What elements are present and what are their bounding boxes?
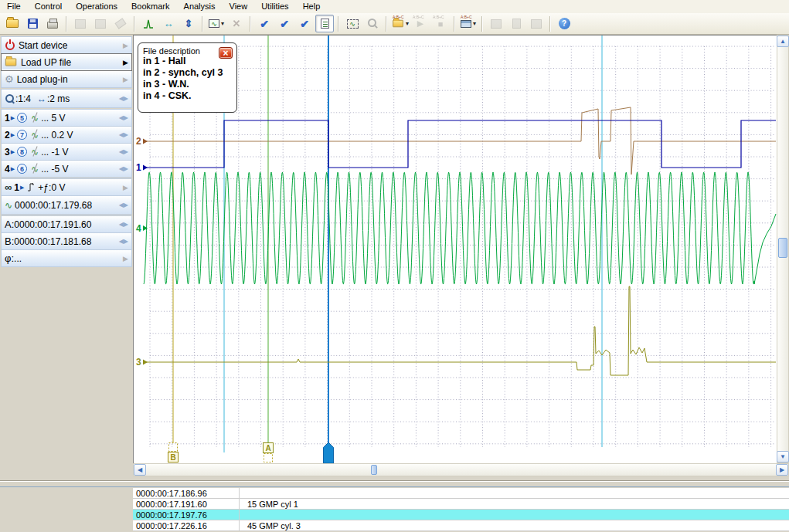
power-icon xyxy=(5,41,15,50)
help-button[interactable] xyxy=(555,15,573,32)
open-file-button[interactable] xyxy=(3,15,22,32)
horizontal-scale-button[interactable]: ↔ xyxy=(159,15,178,32)
scroll-up-button[interactable]: ▲ xyxy=(777,36,789,47)
step-arrows-icon[interactable]: ◀▶ xyxy=(119,238,128,245)
vertical-scroll-thumb[interactable] xyxy=(778,238,787,258)
ch1-arrow-icon xyxy=(143,165,148,171)
submenu-arrow-icon: ▶ xyxy=(123,255,128,263)
ch3-label: 3 xyxy=(136,357,141,368)
waveform-time-icon: ∿ xyxy=(5,200,12,211)
phase-row[interactable]: φ: ... ▶ xyxy=(1,249,132,267)
ch3-arrow-icon xyxy=(143,360,148,365)
toolbar-separator xyxy=(549,16,551,32)
stop-icon: ■ xyxy=(438,19,444,29)
load-up-file-button[interactable]: Load UP file ▶ xyxy=(1,53,132,71)
help-icon xyxy=(559,18,570,29)
menu-analysis[interactable]: Analysis xyxy=(177,1,223,12)
chevron-up-icon: ▲ xyxy=(780,38,786,45)
menu-utilities[interactable]: Utilities xyxy=(254,1,295,12)
load-file-folder-icon xyxy=(5,59,16,66)
confirm-button[interactable]: ✔ xyxy=(255,15,274,32)
chevron-right-icon: ▶ xyxy=(780,466,784,473)
channel-number: 2 xyxy=(5,130,10,141)
divider xyxy=(0,480,789,482)
save-file-button[interactable] xyxy=(23,15,42,32)
probe-number-badge: 6 xyxy=(17,164,27,174)
step-arrows-icon[interactable]: ◀▶ xyxy=(119,131,128,138)
zoom-magnifier-icon xyxy=(5,93,15,103)
toolbar-separator xyxy=(338,16,339,32)
menu-view[interactable]: View xyxy=(223,1,255,12)
select-region-button[interactable] xyxy=(343,15,362,32)
result-page-icon xyxy=(512,19,521,29)
marker-a-time: 0000:00:17.191.60 xyxy=(14,219,117,230)
confirm-all-button[interactable]: ✔ xyxy=(275,15,294,32)
menu-operations[interactable]: Operations xyxy=(69,1,124,12)
merge-icon xyxy=(95,19,106,29)
step-arrows-icon[interactable]: ◀▶ xyxy=(119,148,128,155)
scroll-right-button[interactable]: ▶ xyxy=(776,464,788,476)
channel-4-row[interactable]: 4▶ 6 ∿ ... -5 V ◀▶ xyxy=(1,160,132,178)
channel-range: ... -1 V xyxy=(41,147,117,158)
menu-control[interactable]: Control xyxy=(28,1,69,12)
scroll-down-button[interactable]: ▼ xyxy=(777,451,789,463)
start-device-label: Start device xyxy=(19,40,121,51)
menu-file[interactable]: File xyxy=(0,1,28,12)
channel-range: ... 0.2 V xyxy=(41,130,117,141)
probe-number-badge: 5 xyxy=(17,113,27,123)
channel-3-row[interactable]: 3▶ 8 ∿ ... -1 V ◀▶ xyxy=(1,143,132,161)
close-button[interactable] xyxy=(219,47,233,59)
coupling-icon: ∿ xyxy=(31,130,39,141)
channel-range: ... 5 V xyxy=(41,113,117,124)
load-plugin-button[interactable]: ⚙ Load plug-in ▶ xyxy=(1,70,132,88)
channel-number: 4 xyxy=(5,164,10,175)
event-row[interactable]: 0000:00:17.226.16 45 GMP cyl. 3 xyxy=(133,520,789,531)
vertical-scrollbar[interactable]: ▲ ▼ xyxy=(777,35,789,463)
load-up-file-label: Load UP file xyxy=(21,57,121,68)
double-check-icon: ✔ xyxy=(280,18,289,30)
marker-a-row[interactable]: A: 0000:00:17.191.60 ◀▶ xyxy=(1,215,132,233)
step-arrows-icon[interactable]: ◀▶ xyxy=(119,221,128,228)
channel-2-row[interactable]: 2▶ 7 ∿ ... 0.2 V ◀▶ xyxy=(1,126,132,144)
result-chart-button xyxy=(487,15,505,32)
popup-line: in 4 - CSK. xyxy=(143,90,232,102)
zoom-ratio-value: :1:4 xyxy=(15,93,31,104)
report-list-button[interactable] xyxy=(315,15,334,32)
popup-line: in 2 - synch, cyl 3 xyxy=(143,67,232,79)
cursor-time-row[interactable]: ∿ 0000:00:17.179.68 ◀▶ xyxy=(1,195,132,215)
tools-button xyxy=(111,15,130,32)
marker-b-row[interactable]: B: 0000:00:17.181.68 ◀▶ xyxy=(1,232,132,250)
check-icon: ✔ xyxy=(260,18,269,30)
event-row[interactable]: 0000:00:17.186.96 xyxy=(133,488,789,499)
menu-bookmark[interactable]: Bookmark xyxy=(124,1,177,12)
start-device-button[interactable]: Start device ▶ xyxy=(1,36,132,54)
vertical-scale-button[interactable]: ⇕ xyxy=(179,15,198,32)
menu-help[interactable]: Help xyxy=(296,1,328,12)
event-time: 0000:00:17.191.60 xyxy=(133,499,240,509)
script-open-button[interactable] xyxy=(391,15,410,32)
step-arrows-icon[interactable]: ◀▶ xyxy=(119,95,128,102)
submenu-arrow-icon: ▶ xyxy=(123,184,128,191)
step-arrows-icon[interactable]: ◀▶ xyxy=(119,165,128,172)
confirm-apply-button[interactable]: ✔ xyxy=(295,15,314,32)
coupling-icon: ∿ xyxy=(31,164,39,175)
search-button xyxy=(363,15,382,32)
scroll-left-button[interactable]: ◀ xyxy=(134,464,146,476)
script-window-button[interactable] xyxy=(459,15,478,32)
channel-arrow-icon: ▶ xyxy=(20,185,24,191)
single-capture-button[interactable] xyxy=(139,15,158,32)
step-arrows-icon[interactable]: ◀▶ xyxy=(119,114,128,121)
merge-button xyxy=(91,15,110,32)
event-row-selected[interactable]: 0000:00:17.197.76 xyxy=(133,510,789,520)
display-mode-button[interactable] xyxy=(207,15,226,32)
channel-1-row[interactable]: 1▶ 5 ∿ ... 5 V ◀▶ xyxy=(1,109,132,127)
load-plugin-label: Load plug-in xyxy=(17,74,121,85)
horizontal-scrollbar[interactable]: ◀ ▶ xyxy=(133,463,789,476)
horizontal-scroll-thumb[interactable] xyxy=(371,465,377,475)
event-row[interactable]: 0000:00:17.191.60 15 GMP cyl 1 xyxy=(133,499,789,510)
print-button[interactable] xyxy=(43,15,62,32)
trigger-row[interactable]: ∞ 1▶ +ƒ: 0 V ▶ xyxy=(1,178,132,196)
zoom-row[interactable]: :1:4 ↔ :2 ms ◀▶ xyxy=(1,89,132,108)
main-cursor-flag[interactable] xyxy=(324,442,334,463)
step-arrows-icon[interactable]: ◀▶ xyxy=(119,202,128,208)
